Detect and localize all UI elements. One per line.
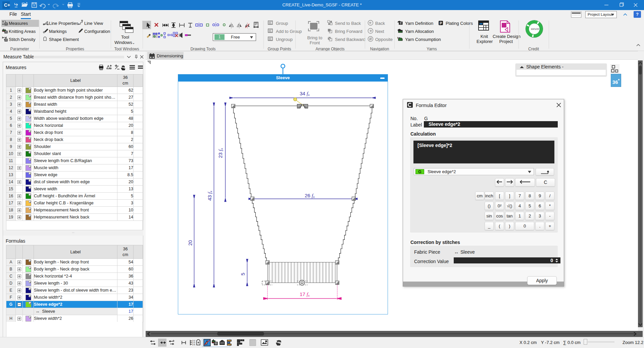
svg-text:20: 20 — [187, 240, 193, 246]
svg-text:43 fx: 43 fx — [207, 191, 213, 201]
svg-text:10/1/22: 10/1/22 — [531, 28, 539, 31]
svg-text:2-6: 2-6 — [192, 344, 195, 346]
svg-text:P: P — [440, 21, 442, 25]
svg-text:34 fx: 34 fx — [300, 91, 310, 97]
svg-text:17 fx: 17 fx — [300, 291, 310, 297]
svg-text:23 fx: 23 fx — [217, 148, 224, 158]
svg-text:5: 5 — [240, 273, 246, 276]
svg-text:26 fx: 26 fx — [305, 193, 315, 199]
